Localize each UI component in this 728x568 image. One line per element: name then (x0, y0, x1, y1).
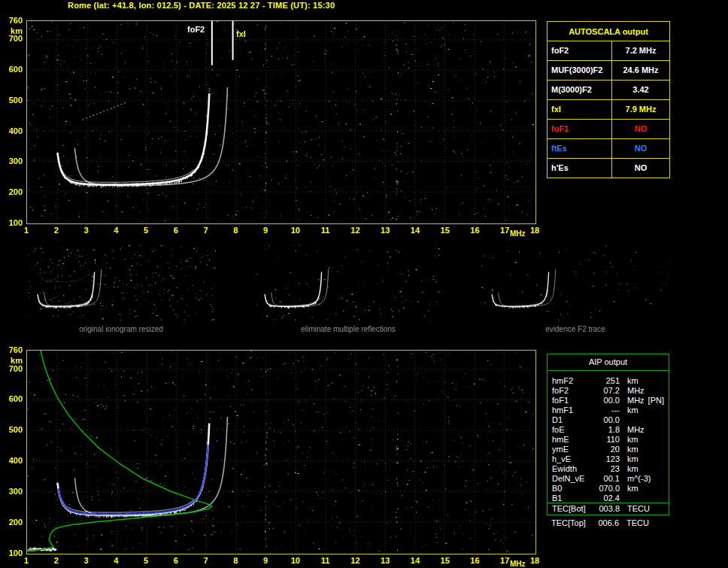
aip-row-unit: MHz (627, 386, 645, 395)
y-tick-label: 300 (0, 487, 23, 496)
aip-row-unit: km (627, 454, 639, 463)
autoscala-row-value: NO (612, 120, 669, 138)
x-tick-label: 2 (49, 226, 64, 235)
autoscala-row: foF27.2 MHz (548, 41, 669, 61)
thumbnail-caption-1: original ionogram resized (26, 325, 216, 333)
x-tick-label: 3 (79, 226, 94, 235)
autoscala-row-value: 7.2 MHz (612, 41, 669, 60)
y-axis-unit: km (0, 356, 23, 365)
aip-table-rows: hmF2251kmfoF207.2MHzfoF100.0MHz[PN]hmF1-… (548, 375, 669, 503)
x-tick-label: 4 (108, 226, 123, 235)
y-tick-label: 600 (0, 394, 23, 403)
aip-row-unit: km (627, 376, 639, 385)
autoscala-row-label: h'Es (548, 159, 612, 178)
x-tick-label: 13 (378, 226, 393, 235)
autoscala-row: M(3000)F23.42 (548, 80, 669, 100)
autoscala-table-rows: foF27.2 MHzMUF(3000)F224.6 MHzM(3000)F23… (548, 41, 669, 178)
autoscala-window: { "title": "Rome (lat: +41.8, lon: 012.5… (0, 0, 728, 568)
thumbnail-canvas-1 (26, 245, 216, 320)
y-tick-label: 200 (0, 187, 23, 196)
page-title: Rome (lat: +41.8, lon: 012.5) - DATE: 20… (68, 1, 335, 10)
autoscala-row-value: 7.9 MHz (612, 100, 669, 119)
autoscala-row: MUF(3000)F224.6 MHz (548, 61, 669, 80)
aip-row: Ewidth23km (548, 463, 669, 473)
x-tick-label: 9 (258, 226, 273, 235)
thumbnail-eliminate-reflections (253, 245, 443, 320)
aip-row-value: 003.8 (596, 504, 620, 513)
thumbnail-original-ionogram (26, 245, 216, 320)
aip-row-value: 00.1 (596, 474, 620, 483)
x-tick-label: 10 (288, 556, 303, 565)
thumbnail-canvas-3 (481, 245, 670, 320)
aip-row-label: DelN_vE (552, 474, 596, 483)
autoscala-output-table: AUTOSCALA output foF27.2 MHzMUF(3000)F22… (547, 21, 670, 178)
ionogram-canvas-top (27, 21, 534, 222)
x-axis-unit: MHz (510, 560, 531, 568)
x-tick-label: 7 (199, 226, 214, 235)
aip-output-table: AIP output hmF2251kmfoF207.2MHzfoF100.0M… (547, 354, 669, 515)
autoscala-row-label: foF1 (548, 120, 612, 138)
aip-row-label: hmE (552, 435, 596, 444)
y-tick-label: 400 (0, 456, 23, 465)
aip-row: hmF2251km (548, 375, 669, 385)
aip-row-value: 23 (596, 464, 620, 473)
autoscala-table-header: AUTOSCALA output (548, 22, 669, 41)
aip-row: DelN_vE00.1m^(-3) (548, 473, 669, 483)
aip-tec-top-row: TEC[Top]006.6TECU (547, 518, 669, 527)
aip-row-label: ymE (552, 445, 596, 454)
x-tick-label: 6 (168, 226, 184, 235)
aip-row: foF207.2MHz (548, 385, 669, 395)
x-tick-label: 8 (228, 226, 243, 235)
aip-row-label: Ewidth (552, 464, 596, 473)
aip-row-extra: [PN] (648, 396, 664, 405)
aip-row-unit: km (627, 445, 639, 454)
aip-row-label: foF2 (552, 386, 596, 395)
x-tick-label: 8 (228, 556, 243, 565)
x-tick-label: 12 (347, 226, 362, 235)
y-tick-label: 760 (0, 16, 23, 25)
aip-row-value: 02.4 (596, 494, 620, 503)
x-axis-unit: MHz (510, 229, 531, 238)
aip-row-value: 07.2 (596, 386, 620, 395)
autoscala-row: foF1NO (548, 120, 669, 139)
x-tick-label: 1 (19, 226, 34, 235)
x-tick-label: 11 (318, 556, 333, 565)
x-tick-label: 4 (108, 556, 123, 565)
y-tick-label: 500 (0, 425, 23, 434)
aip-row: ymE20km (548, 444, 669, 454)
x-tick-label: 7 (199, 556, 214, 565)
x-tick-label: 14 (408, 226, 423, 235)
x-tick-label: 1 (19, 556, 34, 565)
aip-row: hmF1---km (548, 405, 669, 415)
aip-row: B102.4 (548, 493, 669, 503)
y-tick-label: 500 (0, 96, 23, 105)
aip-row-label: B0 (552, 484, 596, 493)
aip-row-unit: km (627, 464, 639, 473)
y-tick-label: 700 (0, 364, 23, 373)
y-tick-label: 200 (0, 518, 23, 527)
aip-row: D100.0 (548, 415, 669, 424)
aip-row-value: 20 (596, 445, 620, 454)
x-tick-label: 10 (288, 226, 303, 235)
aip-row-label: D1 (552, 415, 596, 424)
aip-row-value: 110 (596, 435, 620, 444)
y-axis-unit: km (0, 26, 23, 35)
x-tick-label: 16 (467, 226, 482, 235)
autoscala-row-label: fxI (548, 100, 612, 119)
aip-row-value: 00.0 (596, 415, 620, 424)
autoscala-row: ftEsNO (548, 139, 669, 159)
x-tick-label: 3 (79, 556, 94, 565)
aip-row-unit: TECU (627, 504, 650, 513)
aip-row: hmE110km (548, 434, 669, 444)
aip-row-value: 123 (596, 454, 620, 463)
autoscala-row-value: NO (612, 139, 669, 158)
autoscala-row: h'EsNO (548, 159, 669, 178)
x-tick-label: 6 (168, 556, 184, 565)
ionogram-plot-bottom (26, 350, 536, 554)
autoscala-row-value: NO (612, 159, 669, 178)
x-tick-label: 12 (347, 556, 362, 565)
aip-row-unit: km (627, 435, 639, 444)
aip-row: TEC[Bot]003.8TECU (548, 503, 669, 514)
aip-row-label: foE (552, 425, 596, 434)
aip-row-unit: TECU (626, 518, 649, 527)
